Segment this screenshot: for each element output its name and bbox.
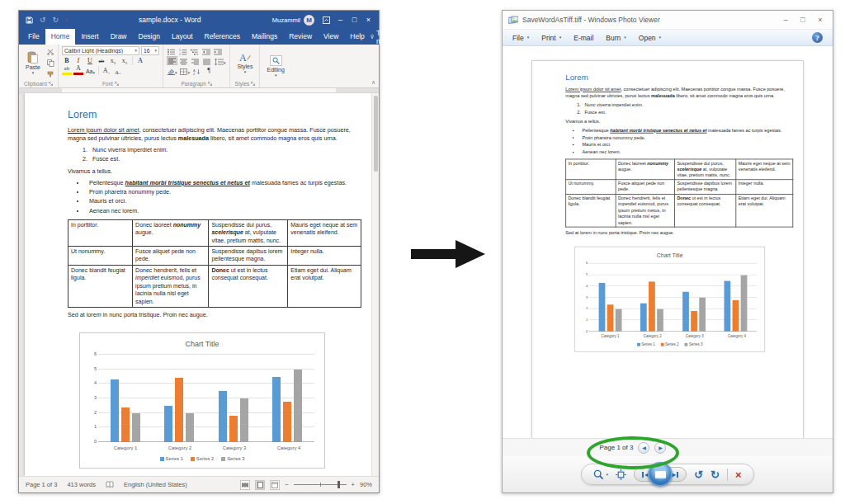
dialog-launcher-icon[interactable] <box>115 82 119 86</box>
account-name[interactable]: Muzammil <box>272 16 300 24</box>
shrink-font-button[interactable]: A˅ <box>113 66 123 75</box>
multilevel-list-icon[interactable] <box>190 46 200 55</box>
minimize-button[interactable]: – <box>779 16 792 24</box>
rotate-clockwise-button[interactable]: ↻ <box>710 469 720 480</box>
copy-icon[interactable] <box>47 59 54 67</box>
maximize-button[interactable]: □ <box>347 12 361 28</box>
align-left-icon[interactable] <box>167 56 177 65</box>
document-area[interactable]: LoremLorem ipsum dolor sit amet, consect… <box>19 93 379 476</box>
maximize-button[interactable]: □ <box>796 16 810 24</box>
subscript-button[interactable]: x2 <box>108 56 118 65</box>
zoom-slider[interactable] <box>294 484 347 485</box>
tab-view[interactable]: View <box>318 29 344 45</box>
table-cell: Donec ut est in lectus consequat consequ… <box>209 265 288 307</box>
table-cell: Mauris eget neque at sem venenatis eleif… <box>736 159 793 180</box>
word-page[interactable]: LoremLorem ipsum dolor sit amet, consect… <box>25 93 373 476</box>
zoom-dropdown-icon[interactable]: ▾ <box>606 473 608 477</box>
web-layout-icon[interactable] <box>270 480 280 490</box>
minimize-button[interactable]: – <box>333 12 347 28</box>
scrollbar-thumb[interactable] <box>374 96 378 172</box>
word-document[interactable]: LoremLorem ipsum dolor sit amet, consect… <box>25 93 373 476</box>
delete-button[interactable]: × <box>735 469 742 480</box>
zoom-button[interactable]: ▾ <box>593 469 608 480</box>
dialog-launcher-icon[interactable] <box>208 82 212 86</box>
dialog-launcher-icon[interactable] <box>49 82 53 86</box>
print-layout-icon[interactable] <box>255 480 265 490</box>
slideshow-button[interactable] <box>648 462 673 487</box>
word-count[interactable]: 413 words <box>67 481 96 488</box>
tab-draw[interactable]: Draw <box>105 29 133 45</box>
close-button[interactable]: × <box>361 12 375 28</box>
save-icon[interactable] <box>26 16 33 24</box>
bar <box>649 282 655 332</box>
avatar[interactable]: M <box>304 15 314 26</box>
tab-help[interactable]: Help <box>344 29 370 45</box>
ribbon-display-options-icon[interactable] <box>319 16 333 24</box>
highlight-color-icon[interactable]: ab <box>62 66 72 75</box>
editing-button[interactable]: Editing ▾ <box>263 46 287 86</box>
proofing-icon[interactable] <box>106 481 114 488</box>
align-center-icon[interactable] <box>179 56 189 65</box>
decrease-indent-icon[interactable] <box>201 46 211 55</box>
zoom-in-button[interactable]: + <box>352 481 355 488</box>
bold-button[interactable]: B <box>62 56 72 65</box>
tab-insert[interactable]: Insert <box>75 29 104 45</box>
table-cell: Mauris eget neque at sem venenatis eleif… <box>288 219 361 246</box>
next-page-button[interactable]: ▶ <box>654 442 666 454</box>
menu-email[interactable]: E-mail <box>574 34 593 42</box>
sort-icon[interactable]: AZ <box>192 66 202 75</box>
text-effects-icon[interactable]: A <box>135 56 145 65</box>
borders-icon[interactable]: ▾ <box>179 66 191 75</box>
zoom-slider-thumb[interactable] <box>338 481 340 488</box>
line-spacing-icon[interactable]: ▾ <box>214 56 227 65</box>
redo-icon[interactable]: ↻ <box>53 16 59 24</box>
rotate-counterclockwise-button[interactable]: ↺ <box>694 469 703 480</box>
vertical-scrollbar[interactable] <box>371 93 379 476</box>
menu-open[interactable]: Open▾ <box>639 34 661 42</box>
menu-print[interactable]: Print▾ <box>541 34 561 42</box>
justify-icon[interactable] <box>202 56 212 65</box>
strikethrough-button[interactable]: ab <box>97 56 106 65</box>
underline-button[interactable]: U <box>85 56 95 65</box>
menu-burn[interactable]: Burn▾ <box>606 34 625 42</box>
close-button[interactable]: × <box>814 16 827 24</box>
share-button[interactable]: Share <box>398 33 426 41</box>
superscript-button[interactable]: x2 <box>120 56 130 65</box>
tell-me[interactable]: Tell me <box>371 29 389 45</box>
numbered-list-icon[interactable]: 12 <box>178 46 188 55</box>
collapse-ribbon-icon[interactable]: ∧ <box>371 79 375 86</box>
grow-font-button[interactable]: A˄ <box>101 66 111 75</box>
dialog-launcher-icon[interactable] <box>251 82 255 86</box>
font-name-combo[interactable]: Calibri Light (Headings)▾ <box>62 46 139 55</box>
font-color-icon[interactable]: A <box>73 66 83 75</box>
paste-button[interactable]: Paste ▾ <box>22 46 44 80</box>
align-right-icon[interactable] <box>191 56 201 65</box>
font-size-combo[interactable]: 16▾ <box>141 46 159 55</box>
tab-review[interactable]: Review <box>283 29 318 45</box>
styles-button[interactable]: A Styles ▾ <box>234 46 256 80</box>
tab-references[interactable]: References <box>199 29 246 45</box>
help-button[interactable]: ? <box>812 32 823 43</box>
paste-icon <box>27 51 38 64</box>
tab-mailings[interactable]: Mailings <box>246 29 283 45</box>
undo-icon[interactable]: ↺ <box>40 16 46 24</box>
increase-indent-icon[interactable] <box>213 46 223 55</box>
zoom-out-button[interactable]: − <box>285 481 288 488</box>
actual-size-button[interactable] <box>616 469 626 480</box>
bullet-list-icon[interactable] <box>167 46 177 55</box>
cut-icon[interactable] <box>47 49 54 55</box>
menu-file[interactable]: File▾ <box>512 34 529 42</box>
previous-page-button[interactable]: ◀ <box>638 442 649 454</box>
read-mode-icon[interactable] <box>240 480 250 490</box>
pilcrow-icon[interactable]: ¶ <box>204 66 214 75</box>
language-indicator[interactable]: English (United States) <box>124 481 187 488</box>
page-indicator[interactable]: Page 1 of 3 <box>26 481 57 488</box>
format-painter-icon[interactable] <box>47 71 54 78</box>
tab-design[interactable]: Design <box>133 29 166 45</box>
zoom-level[interactable]: 90% <box>360 481 372 488</box>
change-case-button[interactable]: Aa▾ <box>85 66 96 75</box>
shading-icon[interactable]: ▾ <box>167 66 178 75</box>
tab-layout[interactable]: Layout <box>166 29 199 45</box>
tab-file[interactable]: File <box>22 29 45 45</box>
tab-home[interactable]: Home <box>45 29 76 45</box>
